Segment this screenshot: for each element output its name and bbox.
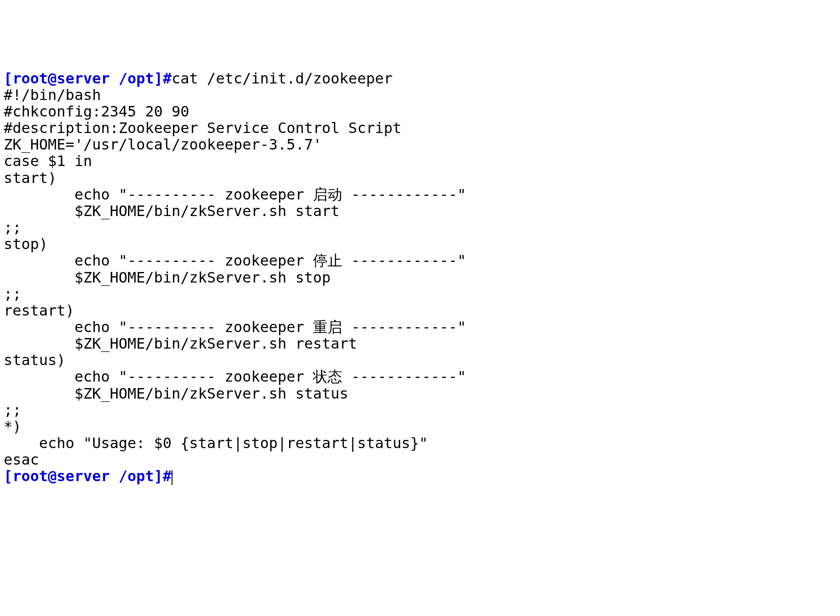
- shell-command: cat /etc/init.d/zookeeper: [172, 70, 393, 87]
- output-line: stop): [4, 235, 48, 253]
- output-line: $ZK_HOME/bin/zkServer.sh stop: [4, 269, 331, 286]
- output-line: #chkconfig:2345 20 90: [4, 103, 189, 120]
- output-line: echo "---------- zookeeper 重启 ----------…: [4, 318, 466, 336]
- output-line: *): [4, 418, 22, 435]
- shell-prompt: [root@server /opt]#: [4, 70, 172, 87]
- output-line: $ZK_HOME/bin/zkServer.sh restart: [4, 335, 357, 352]
- output-line: echo "---------- zookeeper 启动 ----------…: [4, 186, 466, 203]
- output-line: #!/bin/bash: [4, 86, 101, 104]
- output-line: ;;: [4, 401, 22, 419]
- shell-prompt[interactable]: [root@server /opt]#: [4, 467, 172, 485]
- output-line: status): [4, 351, 66, 369]
- output-line: esac: [4, 451, 39, 468]
- output-line: $ZK_HOME/bin/zkServer.sh status: [4, 385, 348, 402]
- output-line: case $1 in: [4, 152, 92, 170]
- output-line: $ZK_HOME/bin/zkServer.sh start: [4, 202, 339, 220]
- cursor-icon: [172, 470, 172, 485]
- output-line: echo "Usage: $0 {start|stop|restart|stat…: [4, 434, 428, 452]
- output-line: restart): [4, 302, 74, 319]
- output-line: ;;: [4, 219, 22, 236]
- output-line: echo "---------- zookeeper 状态 ----------…: [4, 368, 466, 385]
- output-line: ;;: [4, 285, 22, 303]
- output-line: ZK_HOME='/usr/local/zookeeper-3.5.7': [4, 136, 322, 153]
- output-line: #description:Zookeeper Service Control S…: [4, 119, 401, 137]
- output-line: echo "---------- zookeeper 停止 ----------…: [4, 252, 466, 269]
- output-line: start): [4, 169, 57, 187]
